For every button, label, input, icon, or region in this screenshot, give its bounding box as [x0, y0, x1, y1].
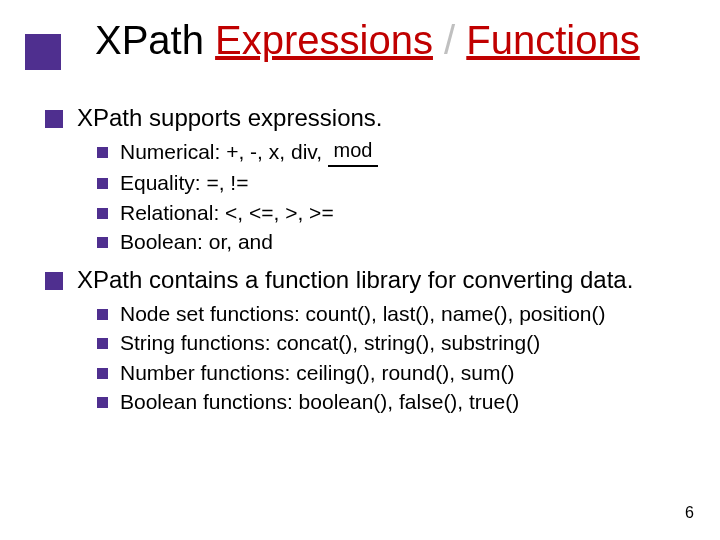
- list-item-text: String functions: concat(), string(), su…: [120, 330, 540, 356]
- square-bullet-icon: [97, 208, 108, 219]
- title-link-expressions[interactable]: Expressions: [215, 18, 433, 62]
- square-bullet-icon: [97, 368, 108, 379]
- square-bullet-icon: [97, 309, 108, 320]
- list-item: Boolean functions: boolean(), false(), t…: [97, 389, 710, 415]
- page-number: 6: [685, 504, 694, 522]
- item-prefix: Numerical: +, -, x, div,: [120, 140, 328, 163]
- section-heading: XPath contains a function library for co…: [45, 265, 710, 295]
- list-item: Relational: <, <=, >, >=: [97, 200, 710, 226]
- section-heading: XPath supports expressions.: [45, 103, 710, 133]
- square-bullet-icon: [97, 147, 108, 158]
- section-items: Node set functions: count(), last(), nam…: [97, 301, 710, 415]
- section-items: Numerical: +, -, x, div, mod Equality: =…: [97, 139, 710, 255]
- title-separator: /: [433, 18, 466, 62]
- title-link-functions[interactable]: Functions: [466, 18, 639, 62]
- list-item: Node set functions: count(), last(), nam…: [97, 301, 710, 327]
- list-item: Boolean: or, and: [97, 229, 710, 255]
- title-part1: XPath: [95, 18, 215, 62]
- slide-title: XPath Expressions / Functions: [95, 18, 640, 63]
- square-bullet-icon: [45, 272, 63, 290]
- list-item: Numerical: +, -, x, div, mod: [97, 139, 710, 167]
- list-item-text: Boolean: or, and: [120, 229, 273, 255]
- list-item-text: Relational: <, <=, >, >=: [120, 200, 334, 226]
- slide-body: XPath supports expressions. Numerical: +…: [45, 95, 710, 425]
- list-item: Equality: =, !=: [97, 170, 710, 196]
- square-bullet-icon: [97, 237, 108, 248]
- square-bullet-icon: [97, 338, 108, 349]
- list-item-text: Numerical: +, -, x, div, mod: [120, 139, 378, 167]
- square-bullet-icon: [97, 397, 108, 408]
- slide: XPath Expressions / Functions XPath supp…: [0, 0, 720, 540]
- section-heading-text: XPath contains a function library for co…: [77, 265, 633, 295]
- section-heading-text: XPath supports expressions.: [77, 103, 383, 133]
- list-item-text: Equality: =, !=: [120, 170, 248, 196]
- list-item-text: Boolean functions: boolean(), false(), t…: [120, 389, 519, 415]
- list-item: Number functions: ceiling(), round(), su…: [97, 360, 710, 386]
- square-bullet-icon: [45, 110, 63, 128]
- fill-in-blank: mod: [328, 139, 378, 167]
- square-bullet-icon: [97, 178, 108, 189]
- list-item-text: Number functions: ceiling(), round(), su…: [120, 360, 514, 386]
- blank-answer: mod: [328, 138, 378, 163]
- list-item: String functions: concat(), string(), su…: [97, 330, 710, 356]
- list-item-text: Node set functions: count(), last(), nam…: [120, 301, 606, 327]
- accent-square: [25, 34, 61, 70]
